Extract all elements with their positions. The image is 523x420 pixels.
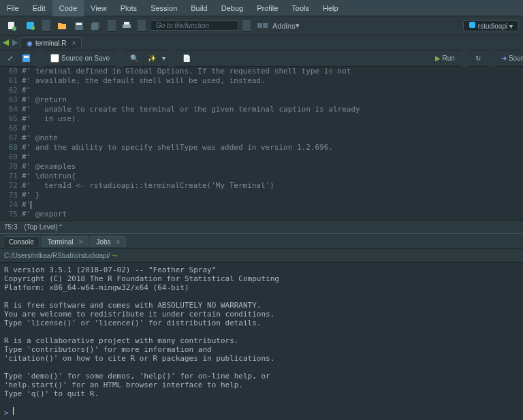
project-selector[interactable]: rstudioapi ▾: [463, 20, 519, 31]
console-tabs: ConsoleTerminal ×Jobs ×: [0, 234, 523, 249]
source-button[interactable]: ➜ Source ▾: [498, 54, 523, 63]
new-project-button[interactable]: [23, 20, 38, 32]
console-output[interactable]: R version 3.5.1 (2018-07-02) -- "Feather…: [0, 263, 523, 420]
menu-edit[interactable]: Edit: [26, 0, 52, 16]
svg-rect-9: [124, 22, 129, 25]
svg-rect-14: [24, 56, 29, 58]
svg-rect-4: [75, 22, 83, 30]
svg-rect-13: [22, 54, 30, 62]
menu-profile[interactable]: Profile: [250, 0, 285, 16]
menu-help[interactable]: Help: [316, 0, 345, 16]
wand-icon[interactable]: ✨: [144, 54, 159, 63]
print-button[interactable]: [120, 20, 133, 31]
save-source[interactable]: [19, 54, 33, 63]
code-editor[interactable]: 6061626364656667686970717273747576777879…: [0, 67, 523, 221]
menu-plots[interactable]: Plots: [114, 0, 144, 16]
svg-rect-10: [257, 23, 262, 28]
console-path: C:/Users/mlkaa/RStudio/rstudioapi/ ⤳: [0, 249, 523, 263]
source-toolbar: ⤢ Source on Save 🔍 ✨▾ 📄 ▶ Run ↻ ➜ Source…: [0, 50, 523, 67]
console-tab-console[interactable]: Console: [3, 236, 40, 247]
scope[interactable]: (Top Level): [24, 223, 57, 231]
save-all-button[interactable]: [89, 20, 104, 31]
menubar: FileEditCodeViewPlotsSessionBuildDebugPr…: [0, 0, 523, 16]
main-toolbar: Go to file/function Addins ▾ rstudioapi …: [0, 16, 523, 35]
console-tab-jobs[interactable]: Jobs ×: [90, 236, 126, 247]
menu-debug[interactable]: Debug: [215, 0, 250, 16]
goto-file-input[interactable]: Go to file/function: [150, 20, 238, 31]
console-pane: ConsoleTerminal ×Jobs × C:/Users/mlkaa/R…: [0, 233, 523, 420]
find-icon[interactable]: 🔍: [127, 54, 142, 63]
menu-tools[interactable]: Tools: [285, 0, 316, 16]
open-file-button[interactable]: [54, 20, 69, 31]
source-on-save[interactable]: Source on Save: [47, 53, 113, 63]
svg-rect-8: [123, 25, 131, 28]
rfile-icon: ◉: [27, 39, 33, 47]
menu-session[interactable]: Session: [144, 0, 184, 16]
source-statusbar: 75:3 (Top Level) ⌃ R Script ⌃: [0, 221, 523, 233]
svg-rect-12: [469, 22, 475, 28]
menu-code[interactable]: Code: [52, 0, 84, 16]
console-tab-terminal[interactable]: Terminal ×: [42, 236, 89, 247]
source-tabs: ⯇ ⯈ ◉ terminal.R ×: [0, 35, 523, 50]
menu-view[interactable]: View: [84, 0, 114, 16]
close-tab-icon[interactable]: ×: [72, 39, 76, 47]
svg-rect-11: [263, 23, 268, 28]
new-file-button[interactable]: [4, 20, 20, 32]
menu-build[interactable]: Build: [184, 0, 214, 16]
source-tab-terminal[interactable]: ◉ terminal.R ×: [20, 37, 82, 48]
save-button[interactable]: [72, 20, 86, 31]
svg-rect-5: [76, 23, 82, 25]
cursor-position: 75:3: [4, 223, 17, 231]
menu-file[interactable]: File: [0, 0, 26, 16]
source-nav-back[interactable]: ⯇: [3, 39, 10, 47]
show-in-new-window[interactable]: ⤢: [4, 54, 16, 63]
compile-icon[interactable]: 📄: [179, 54, 194, 63]
run-button[interactable]: ▶ Run: [432, 54, 458, 63]
svg-rect-1: [12, 27, 16, 31]
svg-rect-7: [91, 23, 98, 30]
rerun-button[interactable]: ↻: [472, 54, 484, 63]
source-nav-fwd[interactable]: ⯈: [12, 39, 19, 47]
addins-button[interactable]: Addins ▾: [255, 20, 302, 31]
svg-rect-3: [31, 26, 35, 30]
